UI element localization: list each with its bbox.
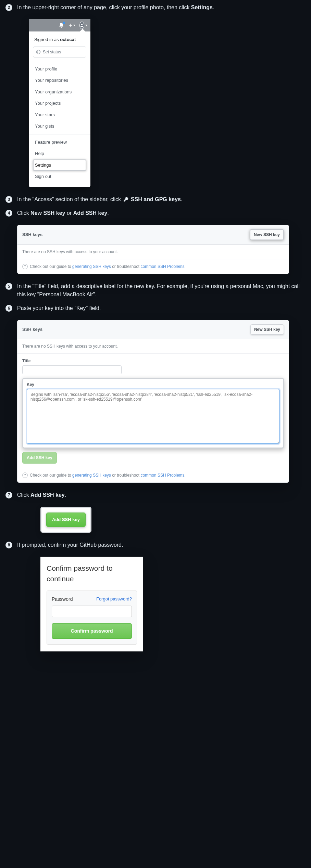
- step-5: 5 In the "Title" field, add a descriptiv…: [5, 282, 306, 299]
- text-strong: Add SSH key: [30, 492, 65, 498]
- new-ssh-key-button[interactable]: New SSH key: [250, 229, 284, 240]
- step-text: In the "Access" section of the sidebar, …: [17, 196, 182, 202]
- step-4: 4 Click New SSH key or Add SSH key. SSH …: [5, 209, 306, 274]
- figure-ssh-add-form: SSH keys New SSH key There are no SSH ke…: [17, 320, 289, 483]
- step-text: Click Add SSH key.: [17, 492, 66, 498]
- title-label: Title: [22, 358, 284, 364]
- step-number: 4: [5, 210, 12, 217]
- notification-dot-icon: [63, 22, 65, 24]
- add-ssh-key-button[interactable]: Add SSH key: [46, 513, 86, 527]
- text-strong: SSH and GPG keys: [131, 196, 181, 202]
- figure-ssh-panel-empty: SSH keys New SSH key There are no SSH ke…: [17, 225, 289, 274]
- step-3: 3 In the "Access" section of the sidebar…: [5, 195, 306, 204]
- menu-help[interactable]: Help: [33, 148, 86, 159]
- menu-feature-preview[interactable]: Feature preview: [33, 137, 86, 148]
- step-text: In the "Title" field, add a descriptive …: [17, 283, 300, 297]
- confirm-password-button[interactable]: Confirm password: [52, 623, 132, 639]
- password-label: Password: [52, 596, 73, 603]
- step-number: 6: [5, 305, 12, 312]
- key-label: Key: [27, 381, 279, 388]
- panel-empty-message: There are no SSH keys with access to you…: [17, 245, 289, 259]
- step-number: 7: [5, 492, 12, 498]
- menu-your-organizations[interactable]: Your organizations: [33, 86, 86, 98]
- figure-confirm-password: Confirm password to continue Password Fo…: [29, 557, 306, 651]
- menu-your-gists[interactable]: Your gists: [33, 120, 86, 132]
- step-text: Paste your key into the "Key" field.: [17, 305, 101, 311]
- menu-your-projects[interactable]: Your projects: [33, 98, 86, 109]
- link-generating-ssh-keys[interactable]: generating SSH keys: [72, 264, 111, 269]
- password-input[interactable]: [52, 606, 132, 617]
- text: .: [213, 4, 214, 10]
- svg-point-3: [39, 51, 39, 52]
- svg-point-0: [81, 24, 83, 26]
- text-strong: New SSH key: [30, 210, 65, 216]
- set-status-button[interactable]: Set status: [33, 47, 86, 57]
- text-strong: Add SSH key: [73, 210, 108, 216]
- profile-avatar-icon[interactable]: [80, 22, 86, 28]
- svg-point-1: [36, 50, 40, 54]
- link-common-ssh-problems[interactable]: common SSH Problems: [141, 473, 185, 478]
- svg-point-2: [37, 51, 38, 52]
- panel-empty-message: There are no SSH keys with access to you…: [17, 339, 289, 354]
- question-icon: ?: [22, 264, 28, 269]
- chevron-down-icon: [73, 25, 75, 26]
- confirm-heading: Confirm password to continue: [47, 563, 137, 584]
- figure-add-ssh-key-button: Add SSH key: [29, 507, 306, 533]
- step-number: 5: [5, 283, 12, 290]
- step-6: 6 Paste your key into the "Key" field. S…: [5, 304, 306, 483]
- menu-settings[interactable]: Settings: [33, 159, 86, 171]
- bell-icon[interactable]: [58, 22, 64, 28]
- chevron-down-icon: [85, 25, 87, 26]
- panel-footer: ? Check out our guide to generating SSH …: [17, 468, 289, 482]
- menu-your-profile[interactable]: Your profile: [33, 63, 86, 75]
- plus-icon[interactable]: +: [69, 22, 75, 28]
- step-text: Click New SSH key or Add SSH key.: [17, 210, 109, 216]
- menu-your-repositories[interactable]: Your repositories: [33, 75, 86, 86]
- title-input[interactable]: [22, 365, 122, 374]
- step-number: 3: [5, 196, 12, 203]
- link-generating-ssh-keys[interactable]: generating SSH keys: [72, 473, 111, 478]
- set-status-label: Set status: [43, 49, 61, 55]
- menu-your-stars[interactable]: Your stars: [33, 109, 86, 121]
- forgot-password-link[interactable]: Forgot password?: [96, 596, 132, 603]
- step-7: 7 Click Add SSH key. Add SSH key: [5, 491, 306, 533]
- figure-profile-menu: + Signed in as octocat: [29, 19, 306, 187]
- step-text: In the upper-right corner of any page, c…: [17, 4, 214, 10]
- new-ssh-key-button[interactable]: New SSH key: [250, 324, 284, 335]
- step-number: 8: [5, 542, 12, 548]
- panel-title: SSH keys: [22, 326, 42, 333]
- step-8: 8 If prompted, confirm your GitHub passw…: [5, 541, 306, 651]
- step-text: If prompted, confirm your GitHub passwor…: [17, 542, 123, 548]
- key-textarea[interactable]: [27, 389, 279, 444]
- text: In the upper-right corner of any page, c…: [17, 4, 191, 10]
- add-ssh-key-button[interactable]: Add SSH key: [22, 452, 57, 464]
- panel-title: SSH keys: [22, 231, 42, 238]
- step-number: 2: [5, 4, 12, 11]
- signed-in-as: Signed in as octocat: [33, 35, 86, 47]
- text-strong: Settings: [191, 4, 213, 10]
- panel-footer: ? Check out our guide to generating SSH …: [17, 259, 289, 274]
- step-2: 2 In the upper-right corner of any page,…: [5, 3, 306, 187]
- link-common-ssh-problems[interactable]: common SSH Problems: [141, 264, 185, 269]
- smiley-icon: [36, 50, 41, 54]
- key-icon: [123, 196, 129, 202]
- question-icon: ?: [22, 472, 28, 478]
- menu-sign-out[interactable]: Sign out: [33, 171, 86, 182]
